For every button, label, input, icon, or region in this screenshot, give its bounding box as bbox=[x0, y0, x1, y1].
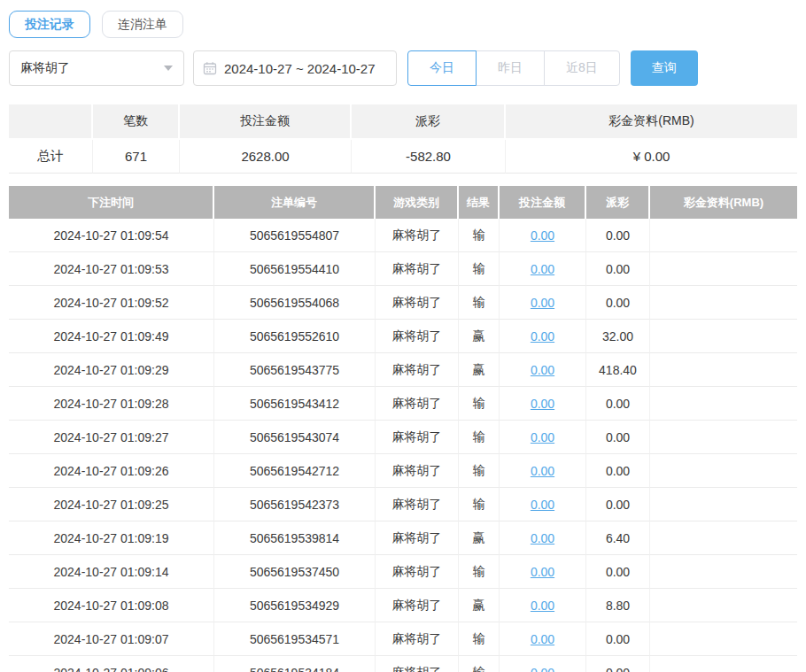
bonus-cell bbox=[650, 454, 797, 488]
bonus-cell bbox=[650, 656, 797, 672]
bonus-cell bbox=[650, 219, 797, 252]
payout-cell: 0.00 bbox=[586, 454, 650, 488]
bet-amount-link[interactable]: 0.00 bbox=[531, 228, 554, 243]
header-bonus: 彩金资料(RMB) bbox=[650, 186, 797, 219]
date-range-input[interactable]: 2024-10-27 ~ 2024-10-27 bbox=[193, 50, 397, 86]
bet-time-cell: 2024-10-27 01:09:19 bbox=[9, 521, 214, 555]
bet-amount-link[interactable]: 0.00 bbox=[531, 430, 554, 444]
last-8-days-button[interactable]: 近8日 bbox=[544, 50, 620, 86]
bet-amount-cell: 0.00 bbox=[500, 252, 586, 286]
record-type-tabs: 投注记录 连消注单 bbox=[9, 11, 797, 38]
bet-time-cell: 2024-10-27 01:09:27 bbox=[9, 421, 214, 454]
game-type-cell: 麻将胡了 bbox=[376, 387, 459, 421]
order-number-cell: 5065619552610 bbox=[214, 320, 376, 353]
summary-header-row: 笔数 投注金额 派彩 彩金资料(RMB) bbox=[9, 104, 797, 140]
header-bet-time: 下注时间 bbox=[9, 186, 214, 219]
result-cell: 输 bbox=[459, 622, 500, 656]
bet-amount-link[interactable]: 0.00 bbox=[531, 632, 554, 646]
summary-total-count: 671 bbox=[93, 140, 180, 174]
bet-amount-link[interactable]: 0.00 bbox=[531, 666, 554, 672]
result-cell: 输 bbox=[459, 219, 500, 252]
summary-total-label: 总计 bbox=[9, 140, 93, 174]
summary-total-row: 总计 671 2628.00 -582.80 ¥ 0.00 bbox=[9, 140, 797, 174]
game-type-cell: 麻将胡了 bbox=[376, 421, 459, 454]
bet-amount-link[interactable]: 0.00 bbox=[531, 397, 554, 411]
bet-amount-link[interactable]: 0.00 bbox=[531, 531, 554, 545]
bet-amount-cell: 0.00 bbox=[500, 286, 586, 320]
result-cell: 输 bbox=[459, 387, 500, 421]
bonus-cell bbox=[650, 252, 797, 286]
bonus-cell bbox=[650, 353, 797, 387]
summary-header-payout: 派彩 bbox=[352, 104, 506, 140]
today-button[interactable]: 今日 bbox=[407, 50, 477, 86]
payout-cell: 0.00 bbox=[586, 656, 650, 672]
order-number-cell: 5065619543775 bbox=[214, 353, 376, 387]
bet-amount-cell: 0.00 bbox=[500, 353, 586, 387]
bonus-cell bbox=[650, 521, 797, 555]
summary-header-blank bbox=[9, 104, 93, 140]
payout-cell: 0.00 bbox=[586, 555, 650, 589]
summary-header-count: 笔数 bbox=[93, 104, 180, 140]
bet-amount-cell: 0.00 bbox=[500, 622, 586, 656]
bet-amount-link[interactable]: 0.00 bbox=[531, 296, 554, 310]
bonus-cell bbox=[650, 387, 797, 421]
bet-amount-link[interactable]: 0.00 bbox=[531, 498, 554, 512]
bet-amount-cell: 0.00 bbox=[500, 521, 586, 555]
order-number-cell: 5065619534929 bbox=[214, 589, 376, 622]
bet-amount-link[interactable]: 0.00 bbox=[531, 329, 554, 344]
bet-time-cell: 2024-10-27 01:09:25 bbox=[9, 488, 214, 521]
bet-time-cell: 2024-10-27 01:09:54 bbox=[9, 219, 214, 252]
payout-cell: 0.00 bbox=[586, 252, 650, 286]
bet-amount-link[interactable]: 0.00 bbox=[531, 565, 554, 579]
bet-amount-cell: 0.00 bbox=[500, 589, 586, 622]
table-row: 2024-10-27 01:09:49 5065619552610 麻将胡了 赢… bbox=[9, 320, 797, 353]
tab-betting-records[interactable]: 投注记录 bbox=[9, 11, 90, 38]
table-row: 2024-10-27 01:09:29 5065619543775 麻将胡了 赢… bbox=[9, 353, 797, 387]
result-cell: 输 bbox=[459, 421, 500, 454]
game-type-select[interactable]: 麻将胡了 bbox=[9, 50, 184, 86]
order-number-cell: 5065619554410 bbox=[214, 252, 376, 286]
order-number-cell: 5065619543074 bbox=[214, 421, 376, 454]
table-row: 2024-10-27 01:09:14 5065619537450 麻将胡了 输… bbox=[9, 555, 797, 589]
result-cell: 输 bbox=[459, 656, 500, 672]
order-number-cell: 5065619539814 bbox=[214, 521, 376, 555]
game-type-cell: 麻将胡了 bbox=[376, 219, 459, 252]
bet-amount-cell: 0.00 bbox=[500, 555, 586, 589]
bet-amount-link[interactable]: 0.00 bbox=[531, 599, 554, 613]
bet-time-cell: 2024-10-27 01:09:06 bbox=[9, 656, 214, 672]
yesterday-button[interactable]: 昨日 bbox=[476, 50, 545, 86]
search-button[interactable]: 查询 bbox=[631, 50, 698, 86]
game-type-cell: 麻将胡了 bbox=[376, 454, 459, 488]
chevron-down-icon bbox=[164, 66, 173, 71]
bet-amount-link[interactable]: 0.00 bbox=[531, 363, 554, 377]
payout-cell: 418.40 bbox=[586, 353, 650, 387]
game-type-cell: 麻将胡了 bbox=[376, 286, 459, 320]
bet-time-cell: 2024-10-27 01:09:07 bbox=[9, 622, 214, 656]
table-row: 2024-10-27 01:09:27 5065619543074 麻将胡了 输… bbox=[9, 421, 797, 454]
bet-time-cell: 2024-10-27 01:09:28 bbox=[9, 387, 214, 421]
game-type-cell: 麻将胡了 bbox=[376, 353, 459, 387]
payout-cell: 0.00 bbox=[586, 286, 650, 320]
bet-amount-link[interactable]: 0.00 bbox=[531, 464, 554, 478]
header-order-number: 注单编号 bbox=[214, 186, 376, 219]
result-cell: 输 bbox=[459, 286, 500, 320]
bet-amount-link[interactable]: 0.00 bbox=[531, 262, 554, 276]
game-type-cell: 麻将胡了 bbox=[376, 622, 459, 656]
header-payout: 派彩 bbox=[586, 186, 650, 219]
table-row: 2024-10-27 01:09:28 5065619543412 麻将胡了 输… bbox=[9, 387, 797, 421]
order-number-cell: 5065619534184 bbox=[214, 656, 376, 672]
result-cell: 赢 bbox=[459, 353, 500, 387]
table-row: 2024-10-27 01:09:25 5065619542373 麻将胡了 输… bbox=[9, 488, 797, 521]
table-row: 2024-10-27 01:09:26 5065619542712 麻将胡了 输… bbox=[9, 454, 797, 488]
bonus-cell bbox=[650, 589, 797, 622]
quick-date-button-group: 今日 昨日 近8日 bbox=[407, 50, 620, 86]
tab-cancelled-orders[interactable]: 连消注单 bbox=[102, 11, 183, 38]
bet-amount-cell: 0.00 bbox=[500, 387, 586, 421]
result-cell: 输 bbox=[459, 555, 500, 589]
table-row: 2024-10-27 01:09:07 5065619534571 麻将胡了 输… bbox=[9, 622, 797, 656]
summary-header-bet-amount: 投注金额 bbox=[180, 104, 352, 140]
payout-cell: 8.80 bbox=[586, 589, 650, 622]
payout-cell: 6.40 bbox=[586, 521, 650, 555]
result-cell: 输 bbox=[459, 454, 500, 488]
payout-cell: 0.00 bbox=[586, 387, 650, 421]
